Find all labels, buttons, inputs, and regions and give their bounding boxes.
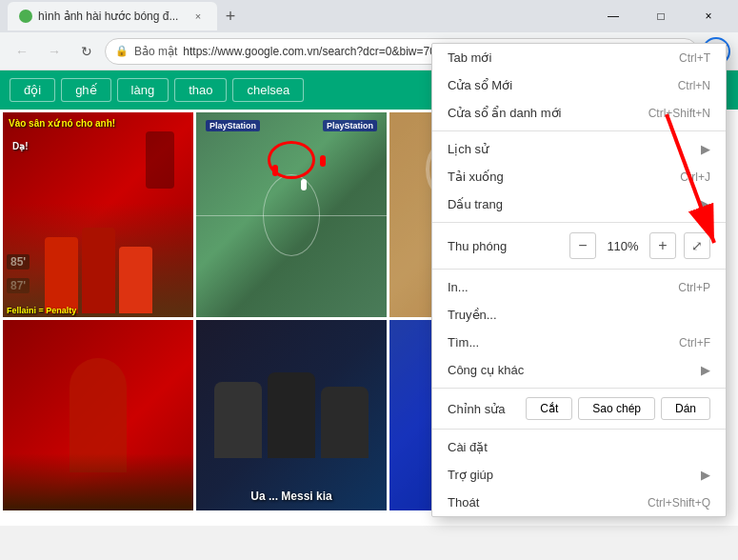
ground-gradient [3, 453, 193, 510]
menu-divider-2 [432, 222, 726, 223]
context-menu: Tab mới Ctrl+T Cửa sổ Mới Ctrl+N Cửa sổ … [431, 43, 727, 517]
menu-divider-4 [432, 388, 726, 389]
menu-divider-3 [432, 269, 726, 270]
zoom-minus-button[interactable]: − [569, 232, 596, 259]
menu-item-help[interactable]: Trợ giúp ▶ [432, 461, 726, 489]
player2 [82, 228, 115, 313]
tag-thao[interactable]: thao [174, 78, 227, 102]
menu-item-print[interactable]: In... Ctrl+P [432, 273, 726, 301]
tag-lang[interactable]: làng [117, 78, 170, 102]
meme-text-1: Vào sân xứ nó cho anh! [9, 118, 115, 129]
playstation-logo-1: PlayStation [206, 120, 260, 131]
zoom-plus-button[interactable]: + [649, 232, 676, 259]
red-circle-annotation [268, 141, 315, 179]
secure-label: Bảo mật [134, 45, 177, 58]
tab-favicon [19, 10, 32, 23]
menu-item-cast[interactable]: Truyền... [432, 301, 726, 329]
soccer-field-image[interactable]: PlayStation PlayStation [196, 112, 387, 317]
menu-item-settings[interactable]: Cài đặt [432, 433, 726, 461]
menu-item-bookmarks[interactable]: Dấu trang ▶ [432, 190, 726, 218]
menu-item-new-window[interactable]: Cửa sổ Mới Ctrl+N [432, 71, 726, 99]
image-column-2: PlayStation PlayStation Ua ... Messi kia [196, 112, 387, 522]
reload-button[interactable]: ↻ [72, 37, 101, 66]
image-column-1: Vào sân xứ nó cho anh! Dạ! 85' 87' Fella… [3, 112, 193, 522]
tag-doi[interactable]: đội [10, 78, 55, 102]
zoom-control: Thu phóng − 110% + ⤢ [432, 227, 726, 265]
tag-chelsea[interactable]: chelsea [232, 78, 304, 102]
players-area [3, 203, 193, 317]
tab-close-btn[interactable]: × [190, 9, 206, 24]
minimize-button[interactable]: — [591, 3, 635, 30]
player1 [45, 237, 78, 313]
player3 [119, 247, 152, 313]
edit-bar: Chỉnh sửa Cắt Sao chép Dán [432, 392, 726, 425]
meme-image-5[interactable]: Ua ... Messi kia [196, 320, 387, 510]
zoom-value: 110% [604, 239, 642, 253]
title-bar: hình ảnh hài hước bóng đ... × + — □ × [0, 0, 738, 32]
meme-image-4[interactable] [3, 320, 193, 510]
menu-item-downloads[interactable]: Tải xuống Ctrl+J [432, 163, 726, 190]
copy-button[interactable]: Sao chép [578, 397, 655, 420]
figures-row [214, 372, 369, 458]
menu-item-more-tools[interactable]: Công cụ khác ▶ [432, 356, 726, 384]
menu-divider-5 [432, 429, 726, 430]
menu-item-incognito[interactable]: Cửa sổ ẩn danh mới Ctrl+Shift+N [432, 99, 726, 127]
menu-item-new-tab[interactable]: Tab mới Ctrl+T [432, 44, 726, 71]
fellaini-text: Fellaini = Penalty [7, 306, 76, 315]
tag-ghe[interactable]: ghế [61, 78, 110, 102]
meme-image-1[interactable]: Vào sân xứ nó cho anh! Dạ! 85' 87' Fella… [3, 112, 193, 317]
player-dot-2 [301, 179, 307, 190]
player-dot-3 [320, 155, 326, 167]
maximize-button[interactable]: □ [639, 3, 683, 30]
messi-caption: Ua ... Messi kia [250, 490, 331, 503]
lock-icon: 🔒 [115, 45, 129, 57]
back-button[interactable]: ← [8, 37, 36, 66]
menu-item-exit[interactable]: Thoát Ctrl+Shift+Q [432, 489, 726, 516]
playstation-logo-2: PlayStation [323, 120, 377, 131]
meme-da-text: Dạ! [12, 141, 29, 151]
zoom-fullscreen-button[interactable]: ⤢ [684, 232, 710, 259]
forward-button[interactable]: → [40, 37, 69, 66]
window-controls: — □ × [591, 3, 730, 30]
close-button[interactable]: × [687, 3, 730, 30]
menu-item-find[interactable]: Tìm... Ctrl+F [432, 329, 726, 356]
paste-button[interactable]: Dán [661, 397, 710, 420]
messi-meme-content [196, 320, 387, 510]
new-tab-button[interactable]: + [217, 3, 244, 30]
tab-title: hình ảnh hài hước bóng đ... [38, 10, 185, 23]
center-circle [263, 174, 320, 256]
cut-button[interactable]: Cắt [526, 397, 572, 420]
browser-tab[interactable]: hình ảnh hài hước bóng đ... × [8, 2, 217, 30]
menu-divider-1 [432, 130, 726, 131]
menu-item-history[interactable]: Lịch sử ▶ [432, 135, 726, 163]
figure-placeholder [146, 131, 174, 189]
